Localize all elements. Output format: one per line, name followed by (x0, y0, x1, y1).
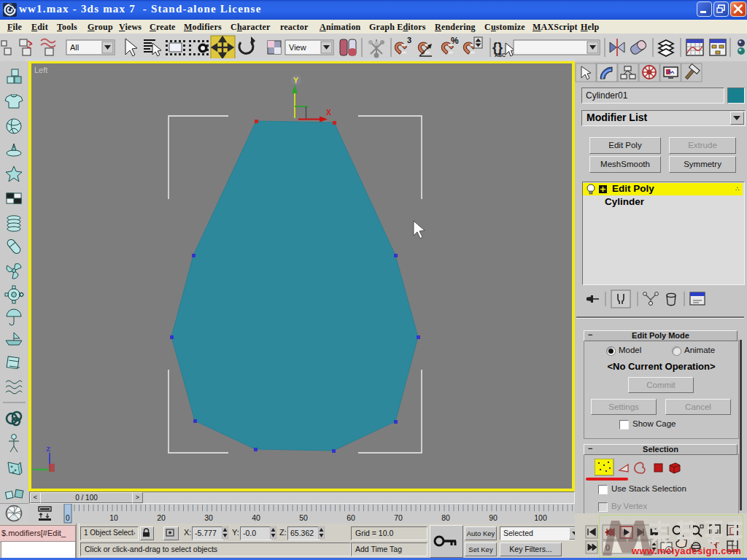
svg-text:www.meiyadesign.com: www.meiyadesign.com (631, 545, 741, 556)
svg-text:z: z (46, 445, 51, 454)
svg-text:All: All (70, 43, 79, 52)
svg-text:60: 60 (347, 513, 355, 522)
svg-text:50: 50 (299, 513, 308, 522)
svg-text:View: View (289, 43, 306, 52)
svg-text:70: 70 (394, 513, 403, 522)
svg-text:30: 30 (204, 513, 213, 522)
svg-text:90: 90 (489, 513, 498, 522)
svg-text:0: 0 (66, 514, 70, 522)
svg-text:ABC: ABC (495, 52, 506, 58)
svg-text:40: 40 (252, 513, 260, 522)
svg-text:3: 3 (407, 36, 411, 44)
svg-text:10: 10 (109, 513, 118, 522)
svg-text:80: 80 (441, 513, 450, 522)
svg-text:X: X (326, 108, 331, 117)
svg-text:Y: Y (293, 76, 298, 85)
svg-text:100: 100 (534, 513, 547, 522)
svg-text:20: 20 (157, 513, 166, 522)
svg-text:%: % (451, 36, 459, 46)
